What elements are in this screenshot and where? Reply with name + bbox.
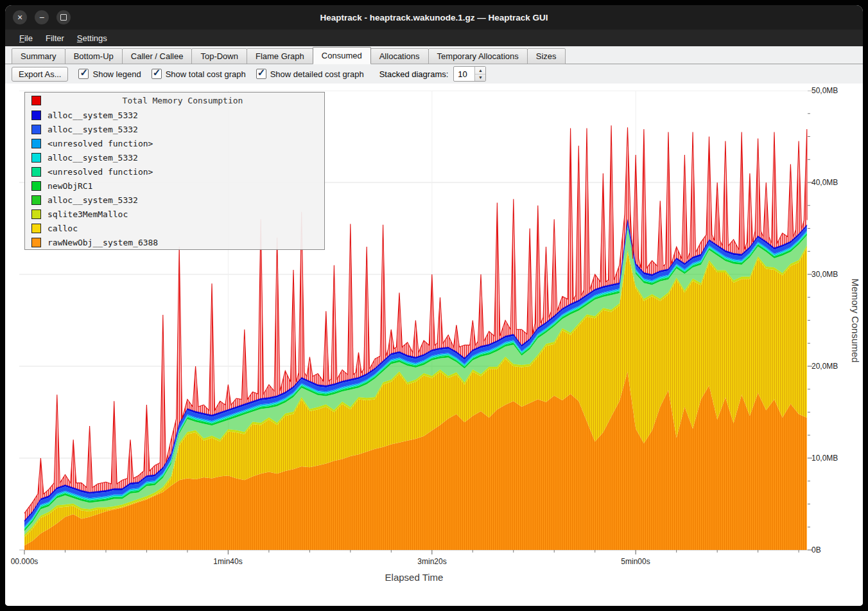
checkbox-check-icon (256, 69, 266, 79)
legend-row: alloc__system_5332 (25, 108, 324, 122)
close-button[interactable]: × (13, 10, 27, 24)
tab-top-down[interactable]: Top-Down (191, 48, 247, 64)
legend-label: calloc (48, 224, 78, 233)
chart-legend: Total Memory Consumption alloc__system_5… (24, 92, 325, 250)
tab-caller-callee[interactable]: Caller / Callee (122, 48, 193, 64)
spinner-up-icon[interactable]: ▲ (475, 67, 485, 75)
tab-flame-graph[interactable]: Flame Graph (247, 48, 313, 64)
legend-label: sqlite3MemMalloc (48, 209, 128, 219)
tab-allocations[interactable]: Allocations (370, 48, 429, 64)
legend-label: alloc__system_5332 (48, 125, 138, 134)
titlebar[interactable]: × − Heaptrack - heaptrack.wakunode.1.gz … (5, 5, 863, 30)
spinner-buttons: ▲ ▼ (474, 67, 485, 81)
maximize-button[interactable] (56, 10, 71, 24)
legend-color-swatch (31, 111, 41, 120)
legend-label: alloc__system_5332 (48, 195, 138, 205)
legend-row: alloc__system_5332 (25, 122, 324, 136)
legend-row: sqlite3MemMalloc (25, 207, 324, 221)
show-detailed-cost-graph-checkbox[interactable]: Show detailed cost graph (256, 69, 364, 79)
legend-color-swatch (31, 195, 41, 205)
y-axis-tick-label: 40,0MB (812, 178, 838, 187)
legend-color-swatch (31, 238, 41, 247)
minimize-icon: − (39, 13, 44, 22)
checkbox-check-icon (78, 69, 89, 79)
y-axis-tick-label: 50,0MB (812, 86, 838, 95)
legend-label: <unresolved function> (48, 139, 153, 148)
legend-color-swatch (31, 153, 41, 163)
window-controls: × − (13, 5, 71, 30)
legend-row: <unresolved function> (25, 164, 324, 179)
tab-sizes[interactable]: Sizes (527, 48, 566, 64)
checkbox-label: Show legend (92, 69, 141, 79)
x-axis-tick-label: 3min20s (417, 557, 446, 566)
tab-summary[interactable]: Summary (12, 48, 65, 64)
stacked-diagrams-spinner[interactable]: 10 ▲ ▼ (453, 66, 486, 82)
tab-consumed[interactable]: Consumed (313, 47, 371, 64)
show-total-cost-graph-checkbox[interactable]: Show total cost graph (152, 69, 246, 79)
y-axis-tick-label: 10,0MB (812, 454, 838, 463)
legend-label: alloc__system_5332 (48, 153, 138, 163)
stacked-diagrams-label: Stacked diagrams: (379, 69, 449, 79)
legend-color-swatch (31, 181, 41, 191)
legend-color-swatch (31, 125, 41, 134)
legend-color-swatch (31, 139, 41, 148)
window-title: Heaptrack - heaptrack.wakunode.1.gz — He… (5, 13, 863, 22)
legend-label: newObjRC1 (48, 181, 92, 191)
legend-row: calloc (25, 221, 324, 235)
tab-temporary-allocations[interactable]: Temporary Allocations (428, 48, 528, 64)
app-window: × − Heaptrack - heaptrack.wakunode.1.gz … (5, 5, 863, 606)
legend-title-row: Total Memory Consumption (25, 93, 324, 108)
y-axis-tick-label: 0B (812, 545, 821, 554)
tab-bar: Summary Bottom-Up Caller / Callee Top-Do… (5, 46, 863, 64)
legend-row: newObjRC1 (25, 179, 324, 193)
x-axis-title: Elapsed Time (385, 572, 444, 583)
checkbox-check-icon (152, 69, 162, 79)
legend-row: <unresolved function> (25, 136, 324, 150)
spinner-value[interactable]: 10 (454, 67, 474, 81)
legend-row: rawNewObj__system_6388 (25, 235, 324, 249)
export-as-button[interactable]: Export As... (12, 67, 68, 82)
spinner-down-icon[interactable]: ▼ (475, 75, 485, 82)
legend-color-swatch (31, 209, 41, 219)
toolbar: Export As... Show legend Show total cost… (5, 64, 863, 84)
x-axis-tick-label: 00.000s (11, 557, 39, 566)
maximize-icon (60, 14, 67, 21)
legend-row: alloc__system_5332 (25, 193, 324, 207)
legend-label: <unresolved function> (48, 167, 153, 177)
y-axis-tick-label: 30,0MB (812, 270, 838, 279)
legend-label: alloc__system_5332 (48, 111, 138, 120)
x-axis-tick-label: 5min00s (621, 557, 650, 566)
consumed-chart: Total Memory Consumption alloc__system_5… (5, 84, 863, 606)
close-icon: × (17, 13, 22, 22)
x-axis-tick-label: 1min40s (213, 557, 242, 566)
legend-color-swatch (31, 96, 41, 105)
legend-label: rawNewObj__system_6388 (48, 238, 158, 247)
menu-filter[interactable]: Filter (39, 31, 71, 45)
legend-row: alloc__system_5332 (25, 150, 324, 164)
y-axis-tick-label: 20,0MB (812, 362, 838, 371)
legend-title: Total Memory Consumption (48, 96, 318, 105)
y-axis-title: Memory Consumed (850, 279, 861, 363)
menu-file[interactable]: File (13, 31, 39, 45)
minimize-button[interactable]: − (35, 10, 49, 24)
tab-bottom-up[interactable]: Bottom-Up (65, 48, 123, 64)
menubar: File Filter Settings (5, 30, 863, 46)
checkbox-label: Show total cost graph (166, 69, 246, 79)
legend-color-swatch (31, 224, 41, 233)
legend-color-swatch (31, 167, 41, 177)
menu-settings[interactable]: Settings (71, 31, 114, 45)
show-legend-checkbox[interactable]: Show legend (78, 69, 141, 79)
checkbox-label: Show detailed cost graph (270, 69, 364, 79)
